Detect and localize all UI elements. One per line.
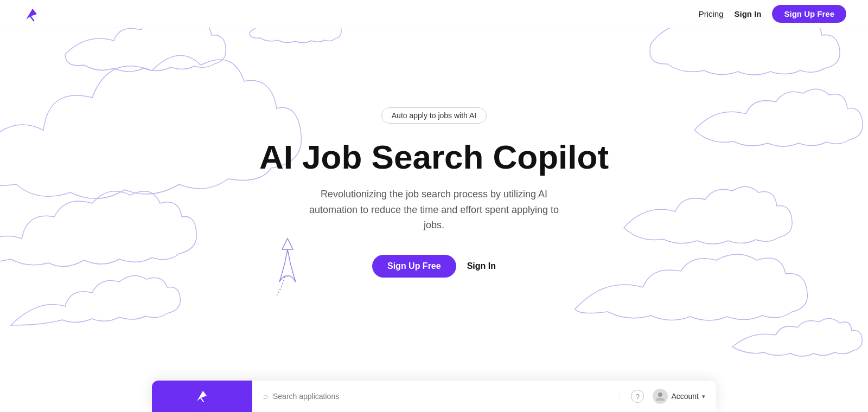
nav-signup-button[interactable]: Sign Up Free — [772, 5, 846, 23]
logo-icon — [22, 4, 41, 24]
account-avatar — [653, 389, 668, 404]
pricing-link[interactable]: Pricing — [699, 9, 724, 18]
app-bar: ⌕ ? Account ▾ — [152, 381, 716, 412]
badge-text: Auto apply to jobs with AI — [392, 111, 476, 120]
logo — [22, 4, 41, 24]
search-input[interactable] — [273, 392, 609, 401]
nav-right: Pricing Sign In Sign Up Free — [699, 5, 846, 23]
app-bar-right: ? Account ▾ — [620, 389, 716, 404]
badge: Auto apply to jobs with AI — [381, 107, 487, 124]
app-bar-search: ⌕ — [252, 391, 620, 401]
app-bar-logo-icon — [194, 388, 210, 404]
search-icon: ⌕ — [263, 391, 269, 401]
hero-buttons: Sign Up Free Sign In — [372, 255, 496, 278]
hero-title: AI Job Search Copilot — [259, 139, 609, 176]
hero-signin-button[interactable]: Sign In — [467, 261, 496, 271]
navbar: Pricing Sign In Sign Up Free — [0, 0, 868, 28]
chevron-down-icon: ▾ — [702, 393, 705, 400]
help-icon[interactable]: ? — [631, 390, 644, 403]
hero-section: Auto apply to jobs with AI AI Job Search… — [0, 0, 868, 385]
hero-signup-button[interactable]: Sign Up Free — [372, 255, 456, 278]
svg-point-0 — [658, 392, 662, 397]
nav-signin-link[interactable]: Sign In — [734, 9, 761, 18]
account-label: Account — [671, 392, 699, 401]
account-button[interactable]: Account ▾ — [653, 389, 705, 404]
app-bar-logo-section — [152, 381, 252, 412]
avatar-icon — [655, 391, 666, 402]
hero-subtitle: Revolutionizing the job search process b… — [304, 186, 564, 233]
